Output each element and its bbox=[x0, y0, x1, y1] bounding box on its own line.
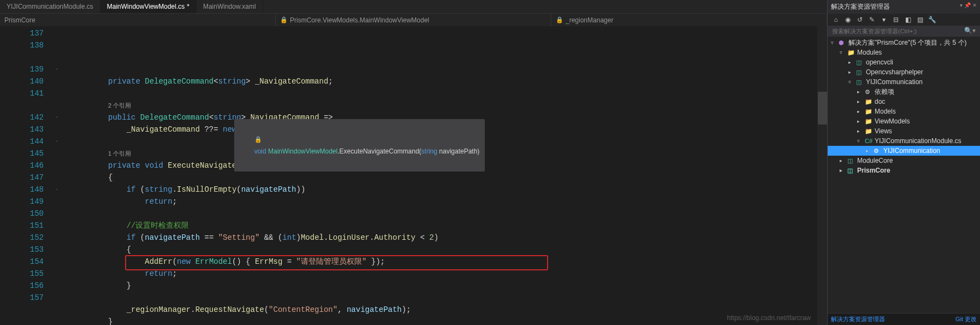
fold-icon: 📁 bbox=[865, 98, 872, 105]
expand-icon[interactable]: ▿ bbox=[840, 50, 845, 55]
collapse-icon[interactable]: ⊟ bbox=[891, 16, 901, 23]
code-line[interactable]: return; bbox=[62, 196, 817, 208]
sln-icon: ⬢ bbox=[839, 39, 846, 46]
back-icon[interactable]: ◉ bbox=[843, 16, 853, 23]
panel-bottom-tabs[interactable]: 解决方案资源管理器 Git 更改 bbox=[828, 313, 980, 325]
tab-solution-explorer[interactable]: 解决方案资源管理器 bbox=[831, 315, 885, 323]
vertical-scrollbar[interactable] bbox=[817, 26, 827, 325]
brush-icon[interactable]: ✎ bbox=[867, 16, 877, 23]
sync-icon[interactable]: ↺ bbox=[855, 16, 865, 23]
tree-item[interactable]: ▿C#YIJICommunicationModule.cs bbox=[828, 136, 980, 146]
tree-item-label: ModuleCore bbox=[857, 157, 893, 164]
tree-item-label: 依赖项 bbox=[875, 87, 894, 97]
fold-icon: 📁 bbox=[847, 49, 855, 56]
tree-item[interactable]: ▸📁Views bbox=[828, 126, 980, 136]
code-line[interactable]: { bbox=[62, 244, 817, 256]
intellisense-tooltip: 🔒 void MainWindowViewModel.ExecuteNaviga… bbox=[234, 119, 485, 172]
breadcrumb[interactable]: 🔒PrismCore.ViewModels.MainWindowViewMode… bbox=[276, 14, 551, 26]
highlight-box bbox=[125, 255, 548, 270]
tree-item[interactable]: ▿📁Modules bbox=[828, 48, 980, 57]
code-line[interactable]: } bbox=[62, 316, 817, 325]
code-body[interactable]: 🔒 void MainWindowViewModel.ExecuteNaviga… bbox=[62, 26, 817, 325]
breadcrumb[interactable]: PrismCore bbox=[0, 14, 276, 26]
tree-item[interactable]: ▸📁ViewModels bbox=[828, 116, 980, 126]
item-icon: ⚙ bbox=[874, 147, 881, 155]
tree-item-label: ViewModels bbox=[875, 117, 910, 125]
tab-mainwindow-xaml[interactable]: MainWindow.xaml bbox=[197, 0, 263, 13]
tree-item[interactable]: ▸⚙依赖项 bbox=[828, 87, 980, 97]
panel-title-bar: 解决方案资源管理器 ▾ 📌 ✕ bbox=[828, 0, 980, 14]
code-line[interactable]: private DelegateCommand<string> _Navigat… bbox=[62, 75, 817, 87]
expand-icon[interactable]: ▸ bbox=[857, 109, 863, 114]
tree-item[interactable]: ▸◫opencvcli bbox=[828, 57, 980, 67]
wrench-icon[interactable]: 🔧 bbox=[927, 16, 937, 23]
breadcrumb[interactable]: 🔒_regionManager bbox=[551, 14, 827, 26]
fold-icon: 📁 bbox=[865, 118, 872, 125]
panel-title-controls[interactable]: ▾ 📌 ✕ bbox=[960, 2, 977, 11]
tree-item-label: 解决方案"PrismCore"(5 个项目，共 5 个) bbox=[848, 38, 967, 48]
solution-tree[interactable]: ▿⬢解决方案"PrismCore"(5 个项目，共 5 个)▿📁Modules▸… bbox=[828, 37, 980, 313]
search-input[interactable] bbox=[830, 27, 962, 36]
code-line[interactable]: { bbox=[62, 172, 817, 184]
expand-icon[interactable]: ▸ bbox=[840, 158, 845, 163]
code-line[interactable]: _regionManager.RequestNavigate("ContentR… bbox=[62, 304, 817, 316]
home-icon[interactable]: ⌂ bbox=[831, 16, 841, 23]
indicator-margin bbox=[0, 26, 13, 325]
expand-icon[interactable]: ▿ bbox=[857, 138, 863, 144]
code-line[interactable]: } bbox=[62, 280, 817, 292]
proj-icon: ◫ bbox=[856, 69, 864, 76]
fold-icon: 📁 bbox=[865, 108, 872, 115]
line-number-gutter: 137138 139140141 14214314414514614714814… bbox=[13, 26, 51, 325]
tree-item-label: YIJICommunication bbox=[883, 147, 940, 155]
tree-item-label: Modules bbox=[857, 49, 882, 56]
panel-title-text: 解决方案资源管理器 bbox=[831, 2, 890, 11]
expand-icon[interactable]: ▿ bbox=[831, 40, 836, 45]
proj-icon: ◫ bbox=[856, 79, 864, 86]
tree-item-label: opencvcli bbox=[866, 58, 893, 66]
expand-icon[interactable]: ▸ bbox=[857, 119, 863, 124]
expand-icon[interactable]: ▸ bbox=[866, 148, 871, 153]
code-line[interactable]: if (string.IsNullOrEmpty(navigatePath)) bbox=[62, 184, 817, 196]
expand-icon[interactable]: ▸ bbox=[857, 128, 863, 134]
properties-icon[interactable]: ▤ bbox=[915, 16, 925, 23]
code-line[interactable] bbox=[62, 87, 817, 99]
filter-icon[interactable]: ▾ bbox=[879, 16, 889, 23]
expand-icon[interactable]: ▿ bbox=[848, 79, 854, 85]
tab-bar: YIJICommunicationModule.csMainWindowView… bbox=[0, 0, 827, 13]
tree-item[interactable]: ▸📁Models bbox=[828, 107, 980, 116]
expand-icon[interactable]: ▸ bbox=[857, 99, 863, 104]
tree-item[interactable]: ▿◫YIJICommunication bbox=[828, 77, 980, 87]
code-line[interactable] bbox=[62, 292, 817, 304]
expand-icon[interactable]: ▸ bbox=[848, 69, 854, 75]
tab-git-changes[interactable]: Git 更改 bbox=[955, 315, 977, 323]
tree-item[interactable]: ▸◫PrismCore bbox=[828, 166, 980, 175]
solution-toolbar[interactable]: ⌂ ◉ ↺ ✎ ▾ ⊟ ◧ ▤ 🔧 bbox=[828, 14, 980, 26]
tree-item[interactable]: ▿⬢解决方案"PrismCore"(5 个项目，共 5 个) bbox=[828, 38, 980, 48]
search-icon[interactable]: 🔍▾ bbox=[962, 27, 978, 36]
show-all-icon[interactable]: ◧ bbox=[903, 16, 913, 23]
scroll-thumb[interactable] bbox=[818, 92, 827, 125]
expand-icon[interactable]: ▸ bbox=[848, 60, 854, 65]
solution-explorer: 解决方案资源管理器 ▾ 📌 ✕ ⌂ ◉ ↺ ✎ ▾ ⊟ ◧ ▤ 🔧 🔍▾ ▿⬢解… bbox=[827, 0, 980, 325]
tree-item[interactable]: ▸📁doc bbox=[828, 97, 980, 107]
tree-item-label: YIJICommunicationModule.cs bbox=[875, 137, 961, 145]
expand-icon[interactable]: ▸ bbox=[840, 168, 845, 173]
solution-search[interactable]: 🔍▾ bbox=[828, 26, 980, 37]
tree-item[interactable]: ▸◫Opencvsharphelper bbox=[828, 67, 980, 77]
proj-icon: ◫ bbox=[847, 157, 855, 164]
code-line[interactable]: 2 个引用 bbox=[62, 99, 817, 111]
tab-mainwindowviewmodel-cs[interactable]: MainWindowViewModel.cs bbox=[100, 0, 197, 13]
proj-icon: ◫ bbox=[856, 59, 864, 66]
tab-yijicommunicationmodule-cs[interactable]: YIJICommunicationModule.cs bbox=[0, 0, 100, 13]
code-line[interactable]: //设置时检查权限 bbox=[62, 220, 817, 232]
editor-area: YIJICommunicationModule.csMainWindowView… bbox=[0, 0, 827, 325]
lock-icon: 🔒 bbox=[556, 16, 563, 23]
tree-item[interactable]: ▸◫ModuleCore bbox=[828, 156, 980, 166]
cs-icon: C# bbox=[865, 138, 872, 144]
code-line[interactable]: if (navigatePath == "Setting" && (int)Mo… bbox=[62, 232, 817, 244]
lock-icon: 🔒 bbox=[254, 136, 262, 143]
expand-icon[interactable]: ▸ bbox=[857, 89, 863, 94]
proj-icon: ◫ bbox=[847, 167, 855, 174]
tree-item[interactable]: ▸⚙YIJICommunication bbox=[828, 146, 980, 156]
code-line[interactable] bbox=[62, 208, 817, 220]
